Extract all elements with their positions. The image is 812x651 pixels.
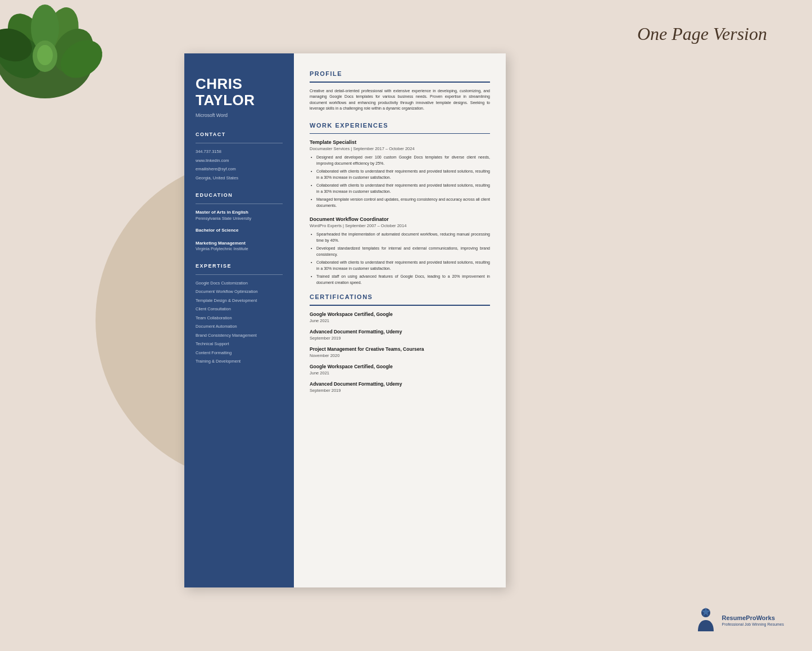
education-item-1: Bachelor of Science	[196, 228, 283, 233]
profile-section-title: PROFILE	[310, 70, 490, 77]
cert-date-1: September 2019	[310, 336, 490, 341]
education-degree-2: Marketing Management	[196, 241, 283, 246]
contact-email: emailishere@syf.com	[196, 166, 283, 173]
expertise-1: Document Workflow Optimization	[196, 289, 283, 295]
education-section-title: EDUCATION	[196, 192, 283, 198]
cert-date-4: September 2019	[310, 388, 490, 393]
contact-section-title: CONTACT	[196, 132, 283, 137]
resume-document: CHRIS TAYLOR Microsoft Word CONTACT 344.…	[184, 53, 506, 587]
job-title-1: Document Workflow Coordinator	[310, 216, 490, 222]
job-0: Template Specialist Documaster Services …	[310, 139, 490, 209]
cert-date-0: June 2021	[310, 318, 490, 323]
page-version-label: One Page Version	[637, 24, 767, 44]
logo-subtext: Professional Job Winning Resumes	[722, 622, 784, 626]
education-divider	[196, 204, 283, 204]
company-logo: ResumeProWorks Professional Job Winning …	[693, 606, 784, 634]
job-bullet-0-3: Managed template version control and upd…	[310, 197, 490, 209]
expertise-5: Document Automation	[196, 324, 283, 330]
certifications-section-title: CERTIFICATIONS	[310, 293, 490, 300]
cert-name-3: Google Workspace Certified, Google	[310, 364, 490, 369]
cert-0: Google Workspace Certified, Google June …	[310, 311, 490, 323]
cert-name-4: Advanced Document Formatting, Udemy	[310, 381, 490, 387]
contact-location: Georgia, United States	[196, 175, 283, 182]
expertise-7: Technical Support	[196, 341, 283, 347]
job-bullet-1-1: Developed standardized templates for int…	[310, 246, 490, 257]
education-school-2: Virginia Polytechnic Institute	[196, 246, 283, 252]
cert-1: Advanced Document Formatting, Udemy Sept…	[310, 329, 490, 341]
education-item-0: Master of Arts in English Pennsylvania S…	[196, 210, 283, 221]
cert-date-2: November 2020	[310, 353, 490, 358]
resume-main-content: PROFILE Creative and detail-oriented pro…	[294, 53, 506, 587]
candidate-name: CHRIS TAYLOR	[196, 76, 283, 108]
resume-sidebar: CHRIS TAYLOR Microsoft Word CONTACT 344.…	[184, 53, 294, 587]
profile-text: Creative and detail-oriented professiona…	[310, 88, 490, 112]
contact-linkedin: www.linkedin.com	[196, 158, 283, 164]
contact-phone: 344.737.3158	[196, 149, 283, 155]
job-bullet-1-0: Spearheaded the implementation of automa…	[310, 232, 490, 243]
job-meta-1: WordPro Experts | September 2007 – Octob…	[310, 223, 490, 228]
education-degree-0: Master of Arts in English	[196, 210, 283, 215]
cert-name-2: Project Management for Creative Teams, C…	[310, 346, 490, 352]
profile-divider	[310, 82, 490, 83]
plant-decoration	[0, 0, 118, 96]
certifications-divider	[310, 305, 490, 306]
work-section-title: WORK EXPERIENCES	[310, 122, 490, 129]
candidate-subtitle: Microsoft Word	[196, 112, 283, 118]
contact-divider	[196, 143, 283, 143]
expertise-9: Training & Development	[196, 359, 283, 365]
job-bullet-1-2: Collaborated with clients to understand …	[310, 260, 490, 272]
cert-4: Advanced Document Formatting, Udemy Sept…	[310, 381, 490, 393]
expertise-8: Content Formatting	[196, 350, 283, 356]
cert-name-0: Google Workspace Certified, Google	[310, 311, 490, 317]
logo-icon	[693, 606, 719, 634]
job-bullet-1-3: Trained staff on using advanced features…	[310, 274, 490, 286]
cert-2: Project Management for Creative Teams, C…	[310, 346, 490, 358]
expertise-0: Google Docs Customization	[196, 281, 283, 287]
job-bullet-0-0: Designed and developed over 100 custom G…	[310, 155, 490, 166]
cert-3: Google Workspace Certified, Google June …	[310, 364, 490, 376]
expertise-2: Template Design & Development	[196, 298, 283, 304]
expertise-3: Client Consultation	[196, 306, 283, 313]
expertise-divider	[196, 274, 283, 275]
work-divider	[310, 133, 490, 134]
job-meta-0: Documaster Services | September 2017 – O…	[310, 146, 490, 151]
education-item-2: Marketing Management Virginia Polytechni…	[196, 241, 283, 252]
job-bullet-0-1: Collaborated with clients to understand …	[310, 169, 490, 180]
expertise-6: Brand Consistency Management	[196, 333, 283, 339]
svg-point-9	[37, 45, 53, 65]
job-bullet-0-2: Collaborated with clients to understand …	[310, 183, 490, 195]
expertise-section-title: EXPERTISE	[196, 263, 283, 269]
education-degree-1: Bachelor of Science	[196, 228, 283, 233]
cert-name-1: Advanced Document Formatting, Udemy	[310, 329, 490, 334]
logo-name: ResumeProWorks	[722, 614, 784, 622]
expertise-4: Team Collaboration	[196, 315, 283, 322]
job-title-0: Template Specialist	[310, 139, 490, 145]
job-1: Document Workflow Coordinator WordPro Ex…	[310, 216, 490, 286]
cert-date-3: June 2021	[310, 370, 490, 376]
education-school-0: Pennsylvania State University	[196, 216, 283, 221]
